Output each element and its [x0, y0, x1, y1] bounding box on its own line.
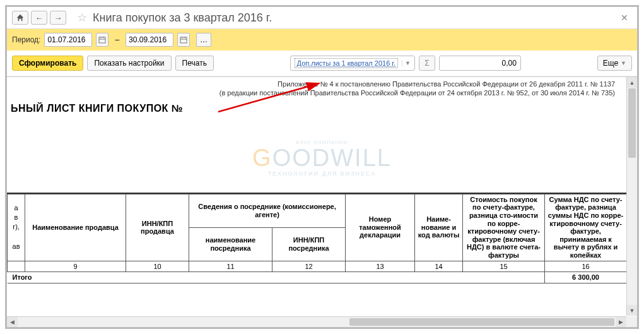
scroll-up-button[interactable]: ▲ [627, 77, 637, 88]
colnum-15: 15 [463, 261, 545, 272]
scroll-thumb-vertical[interactable] [628, 88, 636, 158]
col-16-header: Сумма НДС по счету-фактуре, разница сумм… [545, 194, 627, 261]
forward-button[interactable]: → [50, 11, 66, 25]
period-to-input[interactable] [126, 33, 173, 47]
dropdown-selected-value: Доп.листы за 1 квартал 2016 г. [295, 58, 398, 68]
more-label: Еще [603, 59, 618, 68]
total-label: Итого [8, 272, 545, 283]
table-total-row: Итого 6 300,00 [8, 272, 627, 283]
report-table-wrap: авг),ав Наименование продавца ИНН/КПП пр… [7, 193, 626, 283]
show-settings-button[interactable]: Показать настройки [87, 56, 171, 71]
sigma-button[interactable]: Σ [419, 56, 435, 71]
colnum-13: 13 [346, 261, 415, 272]
scrollbar-corner [626, 316, 637, 327]
calendar-to-button[interactable] [177, 33, 190, 47]
colnum-14: 14 [415, 261, 463, 272]
period-from-input[interactable] [44, 33, 92, 47]
svg-rect-0 [99, 37, 105, 43]
col-13-header: Номер таможенной декларации [346, 194, 415, 261]
regulation-text: Приложение № 4 к постановлению Правитель… [7, 77, 626, 99]
table-header-row: авг),ав Наименование продавца ИНН/КПП пр… [8, 194, 627, 227]
colnum-10: 10 [126, 261, 189, 272]
scroll-thumb-horizontal[interactable] [349, 318, 614, 326]
col-10-header: ИНН/КПП продавца [126, 194, 189, 261]
sum-input[interactable] [439, 56, 521, 71]
titlebar: ← → ☆ Книга покупок за 3 квартал 2016 г.… [7, 7, 637, 29]
favorite-star-icon[interactable]: ☆ [75, 11, 89, 25]
scroll-down-button[interactable]: ▼ [627, 305, 637, 316]
content-area: Приложение № 4 к постановлению Правитель… [7, 76, 637, 327]
watermark: БЛОГ КОМПАНИИ GOODWILL ТЕХНОЛОГИИ ДЛЯ БИ… [252, 140, 392, 177]
print-button[interactable]: Печать [175, 56, 214, 71]
colnum-9: 9 [25, 261, 126, 272]
col-9-header: Наименование продавца [25, 194, 126, 261]
regulation-line2: (в редакции постановлений Правительства … [7, 88, 615, 97]
window-title: Книга покупок за 3 квартал 2016 г. [93, 11, 272, 25]
toolbar: Сформировать Показать настройки Печать Д… [7, 51, 637, 76]
chevron-down-icon: ▼ [402, 60, 413, 66]
colnum-16: 16 [545, 261, 627, 272]
calendar-icon [180, 36, 187, 44]
period-label: Период: [12, 35, 40, 44]
scroll-right-button[interactable]: ▶ [616, 317, 626, 327]
regulation-line1: Приложение № 4 к постановлению Правитель… [7, 80, 615, 88]
period-dash: – [115, 35, 119, 44]
watermark-top: БЛОГ КОМПАНИИ [252, 140, 392, 145]
col-14-header: Наиме-нование и код валюты [415, 194, 463, 261]
document-area: Приложение № 4 к постановлению Правитель… [7, 77, 637, 327]
colnum-11: 11 [189, 261, 272, 272]
vertical-scrollbar[interactable]: ▲ ▼ [626, 77, 637, 316]
scroll-left-button[interactable]: ◀ [7, 317, 18, 327]
back-button[interactable]: ← [31, 11, 47, 25]
additional-sheets-dropdown[interactable]: Доп.листы за 1 квартал 2016 г. ▼ [290, 56, 415, 71]
chevron-down-icon: ▼ [621, 60, 626, 66]
more-button[interactable]: Еще ▼ [597, 56, 632, 71]
period-bar: Период: – … [7, 29, 637, 51]
col-11-12-group-header: Сведения о посреднике (комиссионере, аге… [189, 194, 346, 227]
home-icon [16, 13, 25, 22]
col-12-header: ИНН/КПП посредника [272, 227, 346, 261]
calendar-icon [98, 36, 106, 44]
watermark-main: GOODWILL [252, 146, 392, 170]
svg-rect-4 [180, 37, 187, 43]
document-heading: ЬНЫЙ ЛИСТ КНИГИ ПОКУПОК № [7, 99, 626, 118]
period-picker-button[interactable]: … [196, 33, 211, 47]
table-colnum-row: 9 10 11 12 13 14 15 16 [8, 261, 627, 272]
col-15-header: Стоимость покупок по счету-фактуре, разн… [463, 194, 545, 261]
watermark-sub: ТЕХНОЛОГИИ ДЛЯ БИЗНЕСА [252, 171, 392, 177]
home-button[interactable] [12, 11, 28, 25]
horizontal-scrollbar[interactable]: ◀ ▶ [7, 316, 626, 327]
colnum-12: 12 [272, 261, 346, 272]
total-value: 6 300,00 [545, 272, 627, 283]
generate-button[interactable]: Сформировать [12, 56, 83, 71]
calendar-from-button[interactable] [96, 33, 108, 47]
app-window: ← → ☆ Книга покупок за 3 квартал 2016 г.… [5, 5, 639, 329]
col-8-header: авг),ав [8, 194, 25, 261]
report-table: авг),ав Наименование продавца ИНН/КПП пр… [7, 194, 627, 283]
col-11-header: наименование посредника [189, 227, 272, 261]
close-button[interactable]: ✕ [617, 13, 632, 23]
